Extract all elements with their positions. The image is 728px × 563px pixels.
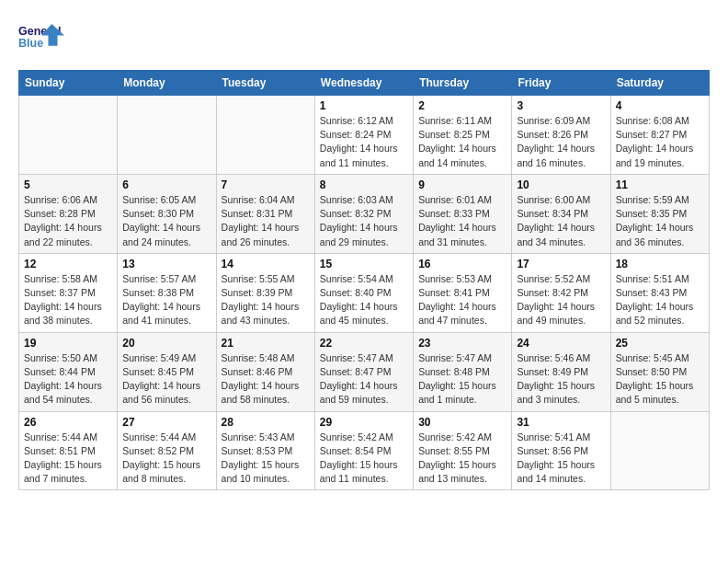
page-header: GeneralBlue [18, 18, 710, 55]
calendar-cell: 5Sunrise: 6:06 AMSunset: 8:28 PMDaylight… [19, 174, 118, 253]
calendar-cell: 6Sunrise: 6:05 AMSunset: 8:30 PMDaylight… [118, 174, 216, 253]
calendar-cell: 31Sunrise: 5:41 AMSunset: 8:56 PMDayligh… [512, 411, 610, 490]
calendar-cell: 1Sunrise: 6:12 AMSunset: 8:24 PMDaylight… [314, 96, 413, 175]
day-info: Sunrise: 5:58 AMSunset: 8:37 PMDaylight:… [24, 272, 112, 328]
day-info: Sunrise: 6:08 AMSunset: 8:27 PMDaylight:… [616, 114, 704, 170]
day-info: Sunrise: 6:01 AMSunset: 8:33 PMDaylight:… [418, 193, 506, 249]
day-number: 8 [320, 178, 408, 191]
calendar-cell: 12Sunrise: 5:58 AMSunset: 8:37 PMDayligh… [19, 253, 118, 332]
day-number: 7 [222, 178, 310, 191]
day-info: Sunrise: 5:52 AMSunset: 8:42 PMDaylight:… [517, 272, 605, 328]
day-number: 25 [616, 337, 704, 350]
day-number: 26 [24, 416, 112, 429]
calendar-table: SundayMondayTuesdayWednesdayThursdayFrid… [18, 70, 710, 490]
day-info: Sunrise: 5:53 AMSunset: 8:41 PMDaylight:… [418, 272, 506, 328]
calendar-cell: 16Sunrise: 5:53 AMSunset: 8:41 PMDayligh… [414, 253, 512, 332]
day-info: Sunrise: 6:09 AMSunset: 8:26 PMDaylight:… [517, 114, 605, 170]
day-number: 11 [616, 178, 704, 191]
calendar-cell: 21Sunrise: 5:48 AMSunset: 8:46 PMDayligh… [216, 332, 314, 411]
calendar-cell: 30Sunrise: 5:42 AMSunset: 8:55 PMDayligh… [414, 411, 512, 490]
calendar-header: SundayMondayTuesdayWednesdayThursdayFrid… [19, 71, 710, 96]
calendar-cell: 2Sunrise: 6:11 AMSunset: 8:25 PMDaylight… [414, 96, 512, 175]
calendar-cell [610, 411, 709, 490]
day-number: 2 [418, 99, 506, 112]
day-info: Sunrise: 6:12 AMSunset: 8:24 PMDaylight:… [320, 114, 408, 170]
day-number: 6 [122, 178, 210, 191]
calendar-week-row: 12Sunrise: 5:58 AMSunset: 8:37 PMDayligh… [19, 253, 710, 332]
day-number: 9 [418, 178, 506, 191]
day-info: Sunrise: 5:43 AMSunset: 8:53 PMDaylight:… [222, 431, 310, 487]
day-number: 18 [616, 258, 704, 270]
calendar-cell: 17Sunrise: 5:52 AMSunset: 8:42 PMDayligh… [512, 253, 610, 332]
day-info: Sunrise: 5:44 AMSunset: 8:52 PMDaylight:… [122, 431, 210, 487]
logo-svg: GeneralBlue [18, 18, 64, 55]
calendar-cell: 22Sunrise: 5:47 AMSunset: 8:47 PMDayligh… [314, 332, 413, 411]
day-number: 27 [122, 416, 210, 429]
day-number: 12 [24, 258, 112, 270]
calendar-cell: 19Sunrise: 5:50 AMSunset: 8:44 PMDayligh… [19, 332, 118, 411]
day-of-week-header: Friday [512, 71, 610, 96]
calendar-week-row: 26Sunrise: 5:44 AMSunset: 8:51 PMDayligh… [19, 411, 710, 490]
day-info: Sunrise: 6:00 AMSunset: 8:34 PMDaylight:… [517, 193, 605, 249]
calendar-cell [19, 96, 118, 175]
day-info: Sunrise: 6:06 AMSunset: 8:28 PMDaylight:… [24, 193, 112, 249]
day-of-week-header: Thursday [414, 71, 512, 96]
day-info: Sunrise: 5:59 AMSunset: 8:35 PMDaylight:… [616, 193, 704, 249]
day-info: Sunrise: 5:41 AMSunset: 8:56 PMDaylight:… [517, 431, 605, 487]
calendar-cell: 20Sunrise: 5:49 AMSunset: 8:45 PMDayligh… [118, 332, 216, 411]
calendar-week-row: 5Sunrise: 6:06 AMSunset: 8:28 PMDaylight… [19, 174, 710, 253]
day-info: Sunrise: 6:04 AMSunset: 8:31 PMDaylight:… [222, 193, 310, 249]
calendar-cell: 23Sunrise: 5:47 AMSunset: 8:48 PMDayligh… [414, 332, 512, 411]
calendar-cell: 27Sunrise: 5:44 AMSunset: 8:52 PMDayligh… [118, 411, 216, 490]
calendar-cell: 13Sunrise: 5:57 AMSunset: 8:38 PMDayligh… [118, 253, 216, 332]
day-number: 22 [320, 337, 408, 350]
day-info: Sunrise: 5:47 AMSunset: 8:48 PMDaylight:… [418, 351, 506, 408]
day-number: 15 [320, 258, 408, 270]
calendar-cell: 4Sunrise: 6:08 AMSunset: 8:27 PMDaylight… [610, 96, 709, 175]
calendar-week-row: 19Sunrise: 5:50 AMSunset: 8:44 PMDayligh… [19, 332, 710, 411]
day-number: 29 [320, 416, 408, 429]
day-of-week-header: Saturday [610, 71, 709, 96]
calendar-cell: 11Sunrise: 5:59 AMSunset: 8:35 PMDayligh… [610, 174, 709, 253]
calendar-cell [216, 96, 314, 175]
day-number: 17 [517, 258, 605, 270]
calendar-body: 1Sunrise: 6:12 AMSunset: 8:24 PMDaylight… [19, 96, 710, 490]
day-number: 30 [418, 416, 506, 429]
day-info: Sunrise: 5:51 AMSunset: 8:43 PMDaylight:… [616, 272, 704, 328]
day-number: 31 [517, 416, 605, 429]
calendar-cell: 7Sunrise: 6:04 AMSunset: 8:31 PMDaylight… [216, 174, 314, 253]
day-info: Sunrise: 5:54 AMSunset: 8:40 PMDaylight:… [320, 272, 408, 328]
day-of-week-header: Wednesday [314, 71, 413, 96]
calendar-cell: 8Sunrise: 6:03 AMSunset: 8:32 PMDaylight… [314, 174, 413, 253]
calendar-cell: 9Sunrise: 6:01 AMSunset: 8:33 PMDaylight… [414, 174, 512, 253]
calendar-cell: 28Sunrise: 5:43 AMSunset: 8:53 PMDayligh… [216, 411, 314, 490]
calendar-cell: 24Sunrise: 5:46 AMSunset: 8:49 PMDayligh… [512, 332, 610, 411]
day-number: 16 [418, 258, 506, 270]
calendar-cell: 3Sunrise: 6:09 AMSunset: 8:26 PMDaylight… [512, 96, 610, 175]
day-number: 10 [517, 178, 605, 191]
day-info: Sunrise: 5:57 AMSunset: 8:38 PMDaylight:… [122, 272, 210, 328]
calendar-week-row: 1Sunrise: 6:12 AMSunset: 8:24 PMDaylight… [19, 96, 710, 175]
day-info: Sunrise: 5:47 AMSunset: 8:47 PMDaylight:… [320, 351, 408, 408]
day-number: 23 [418, 337, 506, 350]
day-info: Sunrise: 5:49 AMSunset: 8:45 PMDaylight:… [122, 351, 210, 408]
day-number: 24 [517, 337, 605, 350]
day-info: Sunrise: 5:48 AMSunset: 8:46 PMDaylight:… [222, 351, 310, 408]
day-header-row: SundayMondayTuesdayWednesdayThursdayFrid… [19, 71, 710, 96]
day-info: Sunrise: 6:03 AMSunset: 8:32 PMDaylight:… [320, 193, 408, 249]
day-number: 1 [320, 99, 408, 112]
calendar-cell: 18Sunrise: 5:51 AMSunset: 8:43 PMDayligh… [610, 253, 709, 332]
calendar-cell: 10Sunrise: 6:00 AMSunset: 8:34 PMDayligh… [512, 174, 610, 253]
day-number: 4 [616, 99, 704, 112]
day-number: 14 [222, 258, 310, 270]
day-info: Sunrise: 5:55 AMSunset: 8:39 PMDaylight:… [222, 272, 310, 328]
day-number: 21 [222, 337, 310, 350]
day-of-week-header: Monday [118, 71, 216, 96]
day-of-week-header: Tuesday [216, 71, 314, 96]
day-info: Sunrise: 6:05 AMSunset: 8:30 PMDaylight:… [122, 193, 210, 249]
day-info: Sunrise: 5:45 AMSunset: 8:50 PMDaylight:… [616, 351, 704, 408]
day-info: Sunrise: 5:42 AMSunset: 8:54 PMDaylight:… [320, 431, 408, 487]
calendar-cell: 25Sunrise: 5:45 AMSunset: 8:50 PMDayligh… [610, 332, 709, 411]
day-number: 28 [222, 416, 310, 429]
calendar-cell: 26Sunrise: 5:44 AMSunset: 8:51 PMDayligh… [19, 411, 118, 490]
